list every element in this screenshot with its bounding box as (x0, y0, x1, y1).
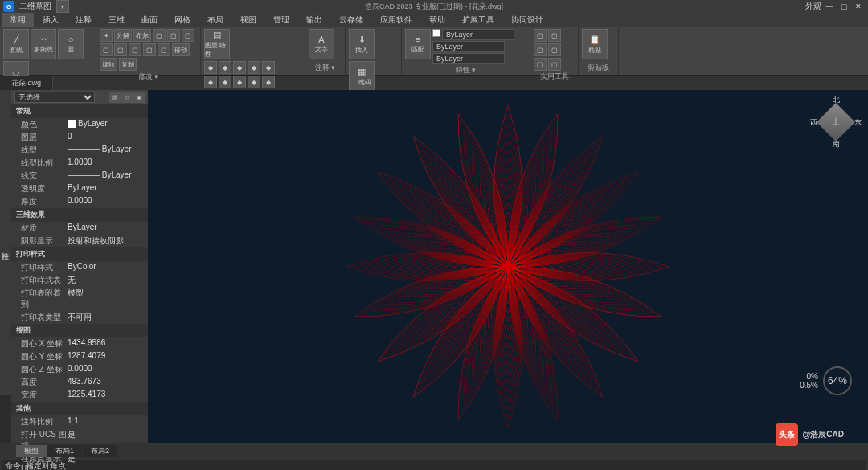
tool-explode[interactable]: 分解 (114, 29, 132, 42)
lineweight-combo[interactable]: ByLayer (432, 53, 505, 64)
tool-qr[interactable]: ▦二维码 (349, 61, 375, 92)
prop-value[interactable]: 0 (68, 132, 148, 143)
util-i1[interactable]: ▢ (534, 29, 547, 42)
tool-line[interactable]: ╱直线 (3, 29, 29, 59)
prop-row[interactable]: 线型———— ByLayer (11, 144, 148, 157)
minimize-button[interactable]: — (823, 1, 836, 12)
linetype-combo[interactable]: ByLayer (432, 41, 505, 52)
prop-value[interactable]: ByLayer (68, 119, 148, 130)
tool-i10[interactable]: ▢ (158, 43, 170, 56)
view-cube[interactable]: 北 南 东 西 上 (812, 98, 860, 146)
quickaccess-dropdown[interactable]: 二维草图 (19, 1, 51, 12)
tool-circle[interactable]: ○圆 (58, 29, 84, 59)
menu-tab-3d[interactable]: 三维 (100, 13, 133, 27)
prop-value[interactable]: 1:1 (68, 416, 148, 427)
prop-value[interactable]: 1.0000 (68, 157, 148, 169)
prop-section-header[interactable]: 视图 (11, 324, 148, 337)
prop-value[interactable]: ByColor (68, 262, 148, 273)
layout-1[interactable]: 布局1 (47, 445, 82, 457)
menu-tab-output[interactable]: 输出 (298, 13, 330, 27)
layer-i8[interactable]: ◆ (233, 76, 246, 88)
prop-row[interactable]: 图层0 (11, 131, 148, 144)
tool-i0[interactable]: ✦ (100, 29, 113, 42)
layer-i5[interactable]: ◆ (262, 61, 275, 74)
menu-tab-mesh[interactable]: 网格 (166, 13, 199, 27)
palette-icon-2[interactable]: ☆ (121, 92, 133, 103)
prop-value[interactable]: 0.0000 (68, 196, 148, 207)
util-i4[interactable]: ▢ (548, 43, 561, 56)
prop-row[interactable]: 透明度ByLayer (11, 182, 148, 195)
layer-i3[interactable]: ◆ (233, 61, 246, 74)
zoom-indicator[interactable]: 0%0.5% 64% (800, 366, 852, 395)
prop-value[interactable]: 0.0000 (68, 364, 148, 375)
menu-tab-collab[interactable]: 协同设计 (503, 13, 551, 27)
tool-i3[interactable]: ▢ (153, 29, 166, 42)
maximize-button[interactable]: ▢ (837, 1, 850, 12)
util-i6[interactable]: ▢ (548, 58, 561, 71)
tool-move[interactable]: 移动 (172, 43, 190, 56)
prop-value[interactable]: 模型 (68, 288, 148, 310)
layout-2[interactable]: 布局2 (83, 445, 117, 457)
menu-tab-extend[interactable]: 扩展工具 (454, 13, 502, 27)
tool-matchprop[interactable]: ≡匹配 (405, 29, 431, 59)
menu-tab-apps[interactable]: 应用软件 (372, 13, 420, 27)
prop-row[interactable]: 线宽———— ByLayer (11, 170, 148, 182)
prop-section-header[interactable]: 打印样式 (11, 247, 148, 261)
prop-row[interactable]: 线型比例1.0000 (11, 157, 148, 170)
util-i2[interactable]: ▢ (548, 29, 561, 42)
tool-i5[interactable]: ▢ (182, 29, 194, 42)
prop-value[interactable]: 1287.4079 (68, 351, 148, 362)
layer-i7[interactable]: ◆ (219, 76, 231, 88)
tool-i9[interactable]: ▢ (143, 43, 156, 56)
tool-polyline[interactable]: 〰多段线 (31, 29, 56, 59)
prop-section-header[interactable]: 三维效果 (11, 208, 148, 222)
tool-i4[interactable]: ▢ (167, 29, 180, 42)
layer-i4[interactable]: ◆ (248, 61, 260, 74)
prop-value[interactable]: 1434.9586 (68, 338, 148, 349)
tool-i7[interactable]: ▢ (114, 43, 127, 56)
menu-tab-annotate[interactable]: 注释 (68, 13, 100, 27)
prop-row[interactable]: 圆心 Z 坐标0.0000 (11, 363, 148, 376)
prop-row[interactable]: 阴影显示投射和接收阴影 (11, 235, 148, 247)
menu-tab-cloud[interactable]: 云存储 (331, 13, 371, 27)
menu-tab-help[interactable]: 帮助 (421, 13, 453, 27)
tool-insert[interactable]: ⬇插入 (349, 29, 375, 59)
menu-tab-home[interactable]: 常用 (2, 13, 34, 27)
palette-icon-1[interactable]: ▤ (109, 92, 121, 103)
tool-rotate[interactable]: 旋转 (100, 58, 117, 71)
prop-value[interactable]: 投射和接收阴影 (68, 235, 148, 247)
close-button[interactable]: ✕ (852, 1, 865, 12)
tool-i6[interactable]: ▢ (100, 43, 113, 56)
layer-i10[interactable]: ◆ (262, 76, 275, 88)
layer-i1[interactable]: ◆ (204, 61, 217, 74)
qa-icon[interactable]: ▾ (56, 0, 69, 13)
prop-value[interactable]: ———— ByLayer (68, 170, 148, 182)
util-i3[interactable]: ▢ (534, 43, 547, 56)
prop-value[interactable]: 不可用 (68, 312, 148, 323)
prop-row[interactable]: 高度493.7673 (11, 376, 148, 389)
menu-right-label[interactable]: 外观 (805, 1, 821, 12)
prop-value[interactable]: 493.7673 (68, 377, 148, 388)
palette-icon-3[interactable]: ◈ (133, 92, 145, 103)
prop-row[interactable]: 注释比例1:1 (11, 415, 148, 428)
layout-model[interactable]: 模型 (16, 445, 47, 457)
layer-i9[interactable]: ◆ (248, 76, 260, 88)
prop-row[interactable]: 材质ByLayer (11, 222, 148, 235)
selection-combo[interactable]: 无选择 (14, 92, 95, 103)
tool-bool[interactable]: 布尔 (133, 29, 151, 42)
color-swatch[interactable] (432, 29, 440, 37)
prop-value[interactable]: 1225.4173 (68, 390, 148, 401)
prop-row[interactable]: 打印表附着到模型 (11, 287, 148, 311)
prop-value[interactable]: ———— ByLayer (68, 145, 148, 156)
tool-i8[interactable]: ▢ (129, 43, 141, 56)
drawing-canvas[interactable]: 北 南 东 西 上 0%0.5% 64% (148, 90, 868, 443)
color-combo[interactable]: ByLayer (442, 29, 514, 40)
menu-tab-view[interactable]: 视图 (232, 13, 264, 27)
palette-title-vertical[interactable]: 特性 (0, 90, 11, 395)
file-tab-active[interactable]: 花朵.dwg (0, 76, 53, 90)
menu-tab-insert[interactable]: 插入 (35, 13, 67, 27)
prop-section-header[interactable]: 常规 (11, 104, 148, 118)
prop-row[interactable]: 打印表类型不可用 (11, 311, 148, 324)
tool-copy[interactable]: 复制 (119, 58, 137, 71)
prop-section-header[interactable]: 其他 (11, 402, 148, 415)
